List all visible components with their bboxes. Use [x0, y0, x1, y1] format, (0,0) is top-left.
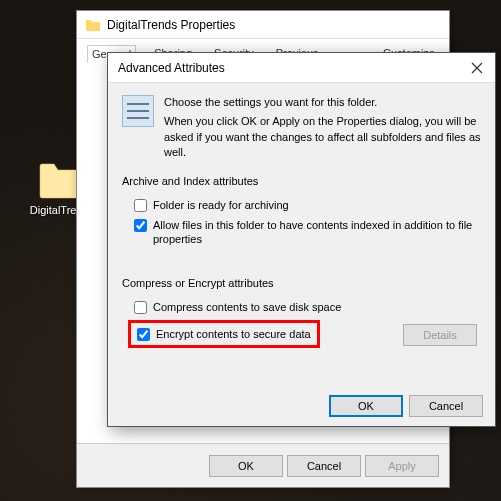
details-button[interactable]: Details: [403, 324, 477, 346]
info-line-2: When you click OK or Apply on the Proper…: [164, 114, 481, 160]
archive-label: Folder is ready for archiving: [153, 198, 289, 212]
encrypt-highlight: Encrypt contents to secure data: [128, 320, 320, 348]
compress-label: Compress contents to save disk space: [153, 300, 341, 314]
properties-footer: OK Cancel Apply: [77, 443, 449, 487]
apply-button[interactable]: Apply: [365, 455, 439, 477]
indexing-label: Allow files in this folder to have conte…: [153, 218, 481, 247]
cancel-button[interactable]: Cancel: [409, 395, 483, 417]
group-compress-label: Compress or Encrypt attributes: [122, 277, 481, 289]
advanced-attributes-dialog: Advanced Attributes Choose the settings …: [107, 52, 496, 427]
cancel-button[interactable]: Cancel: [287, 455, 361, 477]
folder-icon: [85, 18, 101, 32]
properties-title: DigitalTrends Properties: [107, 18, 235, 32]
encrypt-checkbox[interactable]: [137, 328, 150, 341]
properties-titlebar: DigitalTrends Properties: [77, 11, 449, 39]
advanced-titlebar: Advanced Attributes: [108, 53, 495, 83]
archive-checkbox[interactable]: [134, 199, 147, 212]
ok-button[interactable]: OK: [209, 455, 283, 477]
indexing-checkbox[interactable]: [134, 219, 147, 232]
advanced-footer: OK Cancel: [108, 386, 495, 426]
group-archive-label: Archive and Index attributes: [122, 175, 481, 187]
settings-list-icon: [122, 95, 154, 127]
advanced-body: Choose the settings you want for this fo…: [108, 83, 495, 358]
close-icon[interactable]: [469, 60, 485, 76]
info-line-1: Choose the settings you want for this fo…: [164, 95, 481, 110]
encrypt-label: Encrypt contents to secure data: [156, 327, 311, 341]
ok-button[interactable]: OK: [329, 395, 403, 417]
compress-checkbox[interactable]: [134, 301, 147, 314]
advanced-title: Advanced Attributes: [118, 61, 225, 75]
